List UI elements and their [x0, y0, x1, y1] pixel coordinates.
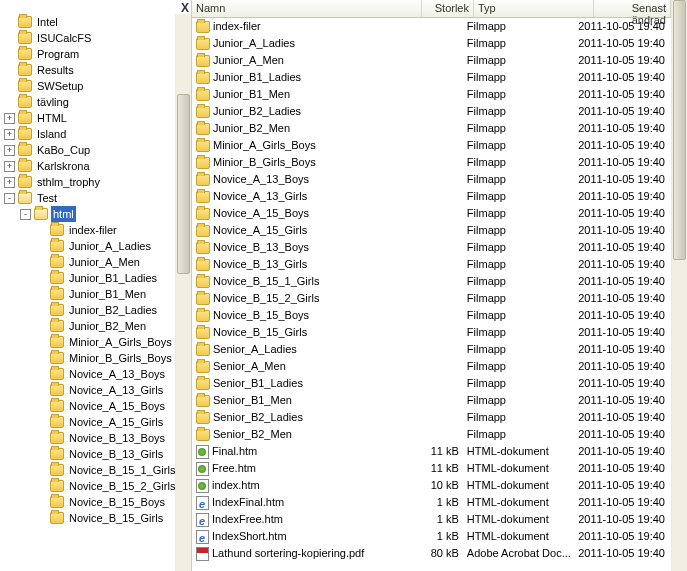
tree-item[interactable]: Results: [2, 62, 191, 78]
file-row[interactable]: Novice_B_15_GirlsFilmapp2011-10-05 19:40: [192, 324, 671, 341]
file-row[interactable]: index.htm10 kBHTML-dokument2011-10-05 19…: [192, 477, 671, 494]
file-scroll-thumb[interactable]: [673, 0, 686, 260]
file-row[interactable]: Free.htm11 kBHTML-dokument2011-10-05 19:…: [192, 460, 671, 477]
file-name: Senior_A_Men: [213, 358, 286, 375]
file-row[interactable]: Novice_A_13_BoysFilmapp2011-10-05 19:40: [192, 171, 671, 188]
folder-tree[interactable]: IntelISUCalcFSProgramResultsSWSetuptävli…: [0, 0, 191, 526]
tree-item[interactable]: Junior_A_Men: [2, 254, 191, 270]
collapse-icon[interactable]: -: [20, 209, 31, 220]
tree-item[interactable]: +KaBo_Cup: [2, 142, 191, 158]
file-row[interactable]: Junior_A_LadiesFilmapp2011-10-05 19:40: [192, 35, 671, 52]
tree-item[interactable]: Novice_B_15_2_Girls: [2, 478, 191, 494]
file-name: Senior_B1_Ladies: [213, 375, 303, 392]
file-row[interactable]: Novice_A_13_GirlsFilmapp2011-10-05 19:40: [192, 188, 671, 205]
expand-icon[interactable]: +: [4, 145, 15, 156]
file-row[interactable]: Senior_A_LadiesFilmapp2011-10-05 19:40: [192, 341, 671, 358]
expand-icon[interactable]: +: [4, 161, 15, 172]
header-type[interactable]: Typ: [474, 0, 594, 17]
file-name: Novice_B_15_Girls: [213, 324, 307, 341]
header-date[interactable]: Senast ändrad: [594, 0, 671, 17]
file-row[interactable]: Senior_A_MenFilmapp2011-10-05 19:40: [192, 358, 671, 375]
expand-icon[interactable]: +: [4, 177, 15, 188]
close-tree-button[interactable]: X: [181, 1, 189, 15]
expand-icon[interactable]: +: [4, 129, 15, 140]
file-row[interactable]: index-filerFilmapp2011-10-05 19:40: [192, 18, 671, 35]
tree-item[interactable]: +Karlskrona: [2, 158, 191, 174]
file-row[interactable]: Senior_B2_MenFilmapp2011-10-05 19:40: [192, 426, 671, 443]
file-row[interactable]: Senior_B1_MenFilmapp2011-10-05 19:40: [192, 392, 671, 409]
file-row[interactable]: Novice_A_15_GirlsFilmapp2011-10-05 19:40: [192, 222, 671, 239]
header-name[interactable]: Namn: [192, 0, 422, 17]
tree-item[interactable]: -Test: [2, 190, 191, 206]
file-row[interactable]: Novice_B_15_1_GirlsFilmapp2011-10-05 19:…: [192, 273, 671, 290]
file-row[interactable]: Senior_B2_LadiesFilmapp2011-10-05 19:40: [192, 409, 671, 426]
file-row[interactable]: Junior_A_MenFilmapp2011-10-05 19:40: [192, 52, 671, 69]
file-row[interactable]: Junior_B2_LadiesFilmapp2011-10-05 19:40: [192, 103, 671, 120]
file-name: Novice_A_13_Boys: [213, 171, 309, 188]
tree-item[interactable]: +HTML: [2, 110, 191, 126]
tree-item[interactable]: index-filer: [2, 222, 191, 238]
file-type: Filmapp: [463, 35, 578, 52]
tree-item[interactable]: ISUCalcFS: [2, 30, 191, 46]
tree-item[interactable]: Novice_B_15_1_Girls: [2, 462, 191, 478]
file-row[interactable]: Final.htm11 kBHTML-dokument2011-10-05 19…: [192, 443, 671, 460]
tree-item[interactable]: Junior_B1_Ladies: [2, 270, 191, 286]
tree-item[interactable]: Novice_A_15_Girls: [2, 414, 191, 430]
tree-item[interactable]: SWSetup: [2, 78, 191, 94]
tree-item-label: Novice_B_15_1_Girls: [67, 462, 177, 478]
file-name: IndexShort.htm: [212, 528, 287, 545]
tree-item[interactable]: Junior_B1_Men: [2, 286, 191, 302]
tree-item[interactable]: Novice_B_15_Girls: [2, 510, 191, 526]
file-name: Minior_B_Girls_Boys: [213, 154, 316, 171]
file-row[interactable]: Lathund sortering-kopiering.pdf80 kBAdob…: [192, 545, 671, 562]
file-scrollbar[interactable]: [671, 0, 687, 571]
file-row[interactable]: Novice_B_13_BoysFilmapp2011-10-05 19:40: [192, 239, 671, 256]
tree-item[interactable]: -html: [2, 206, 191, 222]
tree-scroll-thumb[interactable]: [177, 94, 190, 274]
folder-icon: [18, 144, 32, 156]
file-row[interactable]: Junior_B2_MenFilmapp2011-10-05 19:40: [192, 120, 671, 137]
file-row[interactable]: Minior_B_Girls_BoysFilmapp2011-10-05 19:…: [192, 154, 671, 171]
tree-item[interactable]: Junior_A_Ladies: [2, 238, 191, 254]
tree-item[interactable]: Junior_B2_Ladies: [2, 302, 191, 318]
tree-item[interactable]: Novice_B_15_Boys: [2, 494, 191, 510]
tree-item[interactable]: Intel: [2, 14, 191, 30]
tree-item-label: Novice_B_13_Girls: [67, 446, 165, 462]
file-date: 2011-10-05 19:40: [578, 239, 671, 256]
tree-item[interactable]: +Island: [2, 126, 191, 142]
file-row[interactable]: Minior_A_Girls_BoysFilmapp2011-10-05 19:…: [192, 137, 671, 154]
tree-item[interactable]: Novice_A_13_Boys: [2, 366, 191, 382]
file-name: Free.htm: [212, 460, 256, 477]
folder-icon: [196, 242, 210, 254]
tree-item[interactable]: Junior_B2_Men: [2, 318, 191, 334]
expand-icon[interactable]: +: [4, 113, 15, 124]
file-row[interactable]: Senior_B1_LadiesFilmapp2011-10-05 19:40: [192, 375, 671, 392]
tree-item[interactable]: Program: [2, 46, 191, 62]
tree-item-label: ISUCalcFS: [35, 30, 93, 46]
file-row[interactable]: Novice_B_13_GirlsFilmapp2011-10-05 19:40: [192, 256, 671, 273]
file-row[interactable]: Novice_B_15_BoysFilmapp2011-10-05 19:40: [192, 307, 671, 324]
tree-item[interactable]: Minior_B_Girls_Boys: [2, 350, 191, 366]
file-row[interactable]: IndexShort.htm1 kBHTML-dokument2011-10-0…: [192, 528, 671, 545]
tree-item[interactable]: +sthlm_trophy: [2, 174, 191, 190]
file-row[interactable]: Junior_B1_MenFilmapp2011-10-05 19:40: [192, 86, 671, 103]
file-row[interactable]: Junior_B1_LadiesFilmapp2011-10-05 19:40: [192, 69, 671, 86]
tree-item[interactable]: Novice_B_13_Boys: [2, 430, 191, 446]
collapse-icon[interactable]: -: [4, 193, 15, 204]
tree-item[interactable]: Novice_A_15_Boys: [2, 398, 191, 414]
tree-item[interactable]: Novice_B_13_Girls: [2, 446, 191, 462]
tree-scrollbar[interactable]: [175, 14, 191, 571]
file-list[interactable]: index-filerFilmapp2011-10-05 19:40Junior…: [192, 18, 671, 562]
file-row[interactable]: IndexFree.htm1 kBHTML-dokument2011-10-05…: [192, 511, 671, 528]
file-name: Novice_B_15_Boys: [213, 307, 309, 324]
tree-item[interactable]: Minior_A_Girls_Boys: [2, 334, 191, 350]
file-row[interactable]: IndexFinal.htm1 kBHTML-dokument2011-10-0…: [192, 494, 671, 511]
tree-item-label: html: [51, 206, 76, 222]
file-row[interactable]: Novice_A_15_BoysFilmapp2011-10-05 19:40: [192, 205, 671, 222]
tree-item[interactable]: Novice_A_13_Girls: [2, 382, 191, 398]
file-date: 2011-10-05 19:40: [578, 477, 671, 494]
tree-item[interactable]: tävling: [2, 94, 191, 110]
file-date: 2011-10-05 19:40: [578, 222, 671, 239]
header-size[interactable]: Storlek: [422, 0, 474, 17]
file-row[interactable]: Novice_B_15_2_GirlsFilmapp2011-10-05 19:…: [192, 290, 671, 307]
